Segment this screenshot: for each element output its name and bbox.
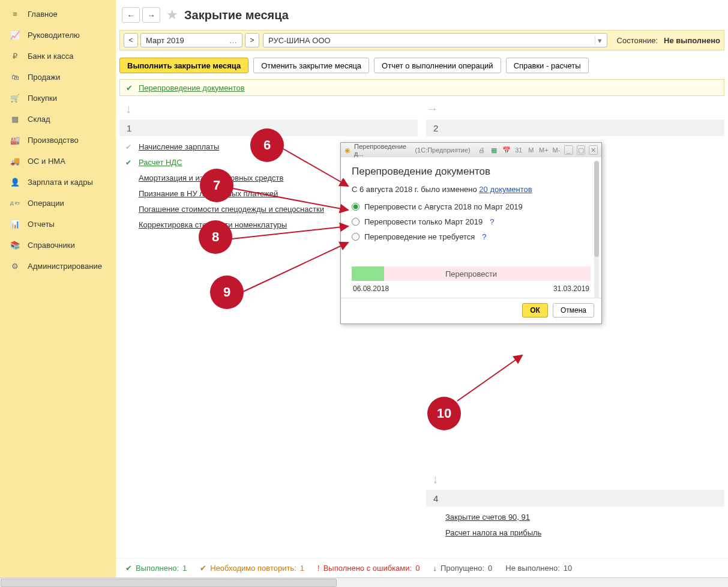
sidebar-item-reports[interactable]: 📊Отчеты [0,214,116,235]
cancel-button[interactable]: Отмена [553,303,594,318]
page-header: ← → ★ Закрытие месяца [116,0,728,30]
sidebar-item-purchases[interactable]: 🛒Покупки [0,88,116,109]
month-field[interactable]: Март 2019 … [140,33,242,47]
close-button[interactable]: ✕ [589,145,598,155]
minimize-button[interactable]: _ [564,145,573,155]
radio-no-repost[interactable]: Перепроведение не требуется ? [352,232,591,241]
radio-input[interactable] [352,218,359,226]
status-repeat: ✔ Необходимо повторить: 1 [200,564,304,573]
state-label: Состояние: [617,36,658,45]
sidebar: ≡Главное 📈Руководителю ₽Банк и касса 🛍Пр… [0,0,116,577]
state-value: Не выполнено [664,36,720,45]
flow-arrow-icon: ↓ [125,102,418,116]
progress-date-to: 31.03.2019 [553,284,589,293]
sidebar-item-label: Склад [28,115,50,124]
org-field[interactable]: РУС-ШИНА ООО ▾ [263,33,607,47]
status-icon: ✔ [125,158,135,167]
operations-report-button[interactable]: Отчет о выполнении операций [374,58,501,73]
radio-repost-range[interactable]: Перепровести с Августа 2018 по Март 2019 [352,202,591,211]
repost-documents-link[interactable]: Перепроведение документов [139,83,245,92]
radio-input[interactable] [352,203,359,211]
sidebar-item-label: Главное [28,10,58,19]
sidebar-item-warehouse[interactable]: ▦Склад [0,109,116,130]
print-icon[interactable]: 🖨 [478,145,486,155]
chart-icon: 📈 [10,30,20,41]
sidebar-item-sales[interactable]: 🛍Продажи [0,67,116,88]
menu-icon: ≡ [10,9,20,20]
status-icon: ✔ [125,143,135,151]
block-4-header: 4 [426,490,724,507]
calendar-icon[interactable]: 📅 [502,145,511,155]
cancel-closing-button[interactable]: Отменить закрытие месяца [253,58,369,73]
bars-icon: 📊 [10,219,20,230]
dtkt-icon: Д Кт [10,198,20,209]
grid-icon[interactable]: ▦ [490,145,498,155]
sidebar-item-operations[interactable]: Д КтОперации [0,193,116,214]
sidebar-item-label: Зарплата и кадры [28,178,93,187]
sidebar-item-hr[interactable]: 👤Зарплата и кадры [0,172,116,193]
op-profit-tax[interactable]: Расчет налога на прибыль [445,528,724,537]
sidebar-item-catalog[interactable]: 📚Справочники [0,235,116,256]
date-icon[interactable]: 31 [514,145,523,155]
changed-docs-link[interactable]: 20 документов [479,185,532,194]
annotation-10: 10 [427,397,461,430]
annotation-9: 9 [210,275,244,309]
sidebar-item-manager[interactable]: 📈Руководителю [0,25,116,46]
maximize-button[interactable]: ▢ [577,145,586,155]
op-close-9091[interactable]: Закрытие счетов 90, 91 [445,513,724,522]
block-2-header: 2 [426,119,724,136]
calc-mminus-button[interactable]: M- [552,145,561,155]
nav-back-button[interactable]: ← [122,7,140,23]
sidebar-item-label: Банк и касса [28,52,74,61]
sidebar-item-assets[interactable]: 🚚ОС и НМА [0,151,116,172]
factory-icon: 🏭 [10,135,20,146]
dialog-info-text: С 6 августа 2018 г. было изменено 20 док… [352,185,591,194]
month-picker-button[interactable]: … [227,36,239,45]
spravki-button[interactable]: Справки - расчеты [506,58,589,73]
nav-forward-button[interactable]: → [142,7,160,23]
dialog-heading: Перепроведение документов [352,166,591,178]
sidebar-item-admin[interactable]: ⚙Администрирование [0,256,116,277]
progress-section: Перепровести 06.08.2018 31.03.2019 [352,266,591,293]
dialog-titlebar[interactable]: ◉ Перепроведение д... (1С:Предприятие) 🖨… [341,143,601,157]
help-icon[interactable]: ? [482,232,486,241]
sidebar-item-label: Отчеты [28,220,55,229]
calc-m-button[interactable]: M [527,145,535,155]
ruble-icon: ₽ [10,51,20,62]
truck-icon: 🚚 [10,156,20,167]
sidebar-item-label: Операции [28,199,64,208]
run-closing-button[interactable]: Выполнить закрытие месяца [119,58,248,73]
horizontal-scrollbar[interactable] [0,577,728,587]
ok-button[interactable]: ОК [522,303,548,318]
sidebar-item-label: Продажи [28,73,60,82]
sidebar-item-bank[interactable]: ₽Банк и касса [0,46,116,67]
org-value: РУС-ШИНА ООО [268,36,331,45]
scrollbar-thumb[interactable] [1,579,337,587]
scrollbar-thumb[interactable] [594,161,599,257]
boxes-icon: ▦ [10,114,20,125]
favorite-star-icon[interactable]: ★ [166,7,178,23]
progress-bar: Перепровести [352,266,591,281]
annotation-6: 6 [250,128,284,162]
progress-date-from: 06.08.2018 [353,284,389,293]
month-value: Март 2019 [146,36,184,45]
sidebar-item-label: Производство [28,136,79,145]
help-icon[interactable]: ? [490,217,494,226]
action-toolbar: Выполнить закрытие месяца Отменить закры… [116,50,728,79]
prev-month-button[interactable]: < [124,33,138,47]
flow-arrow-icon: ↓ [432,472,724,486]
sidebar-item-main[interactable]: ≡Главное [0,4,116,25]
sidebar-item-production[interactable]: 🏭Производство [0,130,116,151]
radio-repost-month[interactable]: Перепровести только Март 2019 ? [352,217,591,226]
org-dropdown-button[interactable]: ▾ [595,36,604,45]
status-errors: ! Выполнено с ошибками: 0 [317,564,420,573]
sidebar-item-label: Администрирование [28,262,102,271]
next-month-button[interactable]: > [245,33,259,47]
period-toolbar: < Март 2019 … > РУС-ШИНА ООО ▾ Состояние… [119,30,724,50]
calc-mplus-button[interactable]: M+ [539,145,549,155]
sidebar-item-label: ОС и НМА [28,157,65,166]
radio-input[interactable] [352,233,359,241]
page-title: Закрытие месяца [184,8,289,22]
dialog-scrollbar[interactable] [594,161,599,298]
repost-banner: ✔ Перепроведение документов [119,79,724,96]
